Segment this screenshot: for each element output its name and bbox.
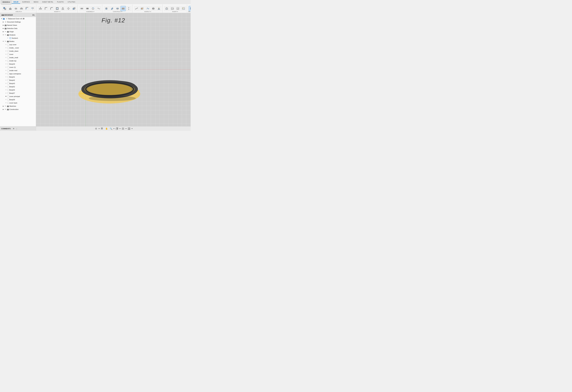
tree-item-cover-principal[interactable]: 👁 cover principal bbox=[0, 95, 36, 98]
check-body33[interactable] bbox=[7, 63, 9, 65]
zoom-tool[interactable]: 🔍 bbox=[109, 127, 113, 131]
tab-surface[interactable]: SURFACE bbox=[20, 0, 32, 4]
tree-item-body43[interactable]: 👁 Body43 bbox=[0, 82, 36, 85]
tree-item-inside-top[interactable]: 👁 inside top bbox=[0, 59, 36, 62]
view-cube[interactable] bbox=[115, 127, 119, 131]
tree-item-root[interactable]: ▼ ⚙ Balanced Clock v41 bbox=[0, 17, 36, 20]
zoom-dropdown[interactable]: ▾ bbox=[113, 128, 114, 129]
grid-dropdown[interactable]: ▾ bbox=[132, 128, 132, 129]
draft-analysis-tool[interactable] bbox=[156, 6, 161, 11]
revolve-tool[interactable] bbox=[13, 6, 18, 11]
eye-icon-inside-down[interactable]: 👁 bbox=[5, 50, 7, 52]
check-cover1[interactable] bbox=[7, 66, 9, 68]
eye-icon-section1[interactable]: 👁 bbox=[7, 37, 9, 39]
toggle-analysis[interactable]: ▼ bbox=[2, 34, 4, 36]
offset-plane-tool[interactable] bbox=[104, 6, 109, 11]
plane-at-angle-tool[interactable] bbox=[109, 6, 115, 11]
extrude-tool[interactable] bbox=[8, 6, 13, 11]
tab-solid[interactable]: SOLID bbox=[12, 0, 20, 4]
display-dropdown[interactable]: ▾ bbox=[126, 128, 126, 129]
check-body57[interactable] bbox=[7, 92, 9, 94]
pan-tool[interactable]: ✋ bbox=[105, 127, 108, 131]
eye-icon-origin[interactable]: 👁 bbox=[4, 31, 6, 33]
display-mode[interactable] bbox=[121, 127, 125, 131]
check-inside-top[interactable] bbox=[7, 60, 9, 62]
tree-item-body54[interactable]: 👁 Body54 bbox=[0, 88, 36, 92]
zebra-tool[interactable] bbox=[151, 6, 156, 11]
tree-item-body52[interactable]: 👁 Body52 bbox=[0, 85, 36, 88]
viewport[interactable]: Fig. #12 bbox=[36, 13, 191, 126]
tree-item-sketches[interactable]: ▶ 👁 Sketches bbox=[0, 104, 36, 108]
tree-item-named-views[interactable]: ▶ Named Views bbox=[0, 24, 36, 27]
eye-icon-cover[interactable]: 👁 bbox=[5, 53, 7, 55]
toggle-origin[interactable]: ▶ bbox=[2, 31, 4, 33]
tree-item-cover-back[interactable]: 👁 cover back bbox=[0, 101, 36, 104]
tab-utilities[interactable]: UTILITIES bbox=[66, 0, 77, 4]
interference-tool[interactable] bbox=[140, 6, 145, 11]
3d-object[interactable] bbox=[68, 65, 150, 106]
modify-label[interactable]: MODIFY ▾ bbox=[37, 11, 78, 12]
eye-icon-body52[interactable]: 👁 bbox=[5, 86, 7, 88]
snap-button[interactable] bbox=[94, 127, 98, 131]
tree-item-bodies[interactable]: ▼ 👁 Bodies bbox=[0, 40, 36, 43]
curvature-tool[interactable] bbox=[145, 6, 150, 11]
eye-icon-cover-back[interactable]: 👁 bbox=[5, 102, 7, 104]
check-tapa[interactable] bbox=[7, 73, 9, 75]
tree-item-inside-down[interactable]: 👁 inside_down bbox=[0, 49, 36, 53]
tree-item-inside-medi[interactable]: 👁 inside_medi bbox=[0, 56, 36, 59]
insert-mesh-tool[interactable] bbox=[164, 6, 169, 11]
toggle-named-views[interactable]: ▶ bbox=[2, 24, 4, 26]
create-new-component[interactable] bbox=[2, 6, 7, 11]
settings-icon-root[interactable]: ⚙ bbox=[6, 17, 8, 20]
tab-plastic[interactable]: PLASTIC bbox=[55, 0, 66, 4]
insert-dxf-tool[interactable]: DXF bbox=[175, 6, 180, 11]
check-body54[interactable] bbox=[7, 89, 9, 91]
check-body59[interactable] bbox=[7, 99, 9, 100]
select-tool[interactable] bbox=[189, 6, 191, 11]
press-pull-tool[interactable] bbox=[38, 6, 43, 11]
eye-icon-body41[interactable]: 👁 bbox=[5, 76, 7, 78]
tangent-plane-tool[interactable] bbox=[115, 6, 120, 11]
toggle-sketches[interactable]: ▶ bbox=[2, 105, 4, 107]
tree-item-inside-med[interactable]: 👁 inside med bbox=[0, 69, 36, 72]
eye-icon-sketches[interactable]: 👁 bbox=[4, 105, 6, 107]
select-label[interactable]: SELECT ▾ bbox=[188, 11, 191, 12]
tree-item-selection-sets[interactable]: ▶ Selection Sets bbox=[0, 27, 36, 30]
check-sup-cover[interactable] bbox=[7, 44, 9, 46]
eye-icon-body33[interactable]: 👁 bbox=[5, 63, 7, 65]
browser-collapse-icon[interactable]: ◀◀ bbox=[1, 14, 4, 16]
draft-tool[interactable] bbox=[60, 6, 65, 11]
tree-item-cover1[interactable]: 👁 cover (1) bbox=[0, 66, 36, 69]
check-inside-medi[interactable] bbox=[7, 57, 9, 58]
drive-joint-tool[interactable] bbox=[90, 6, 96, 11]
tree-item-section1[interactable]: 👁 Section1 bbox=[0, 36, 36, 40]
motion-link-tool[interactable] bbox=[96, 6, 101, 11]
construct-label[interactable]: CONSTRUCT ▾ bbox=[103, 11, 132, 12]
check-inside-med[interactable] bbox=[7, 70, 9, 71]
eye-icon-body43[interactable]: 👁 bbox=[5, 82, 7, 84]
grid-settings[interactable] bbox=[127, 127, 131, 131]
toggle-construction[interactable]: ▶ bbox=[2, 109, 4, 110]
tree-item-body41[interactable]: 👁 Body41 bbox=[0, 75, 36, 79]
check-inside-down[interactable] bbox=[7, 50, 9, 52]
snap-dropdown[interactable]: ▾ bbox=[99, 128, 99, 129]
create-label[interactable]: CREATE ▾ bbox=[1, 11, 36, 12]
combine-tool[interactable] bbox=[71, 6, 77, 11]
midplane-tool[interactable] bbox=[121, 6, 126, 11]
fillet-mod-tool[interactable] bbox=[43, 6, 49, 11]
eye-icon-cover1[interactable]: 👁 bbox=[5, 66, 7, 68]
eye-icon-inside-med[interactable]: 👁 bbox=[5, 69, 7, 72]
eye-icon-inside-top[interactable]: 👁 bbox=[5, 60, 7, 62]
fillet-tool[interactable] bbox=[24, 6, 30, 11]
tree-item-tapa[interactable]: 👁 tapa contrapeso bbox=[0, 72, 36, 75]
eye-icon-tapa[interactable]: 👁 bbox=[5, 73, 7, 75]
mirror-tool[interactable] bbox=[30, 6, 35, 11]
check-cover-back[interactable] bbox=[7, 102, 9, 104]
measure-tool[interactable] bbox=[134, 6, 139, 11]
insert-image-tool[interactable] bbox=[181, 6, 186, 11]
comments-add-button[interactable]: ⊕ bbox=[12, 127, 15, 131]
eye-icon-sup-cover[interactable]: 👁 bbox=[5, 44, 7, 46]
eye-icon-analysis[interactable]: 👁 bbox=[4, 34, 6, 36]
tree-item-construction[interactable]: ▶ 👁 Construction bbox=[0, 108, 36, 111]
eye-icon-body57[interactable]: 👁 bbox=[5, 92, 7, 94]
